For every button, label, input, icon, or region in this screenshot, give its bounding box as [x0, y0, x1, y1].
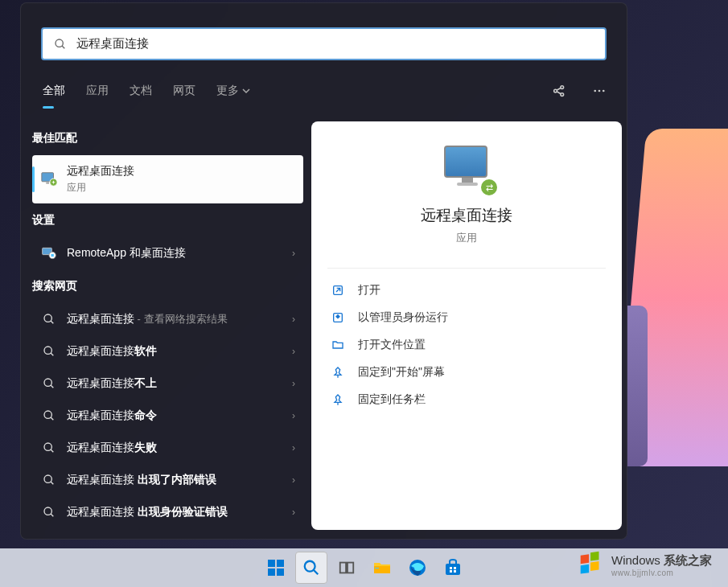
- remoteapp-icon: [40, 244, 58, 262]
- web-result-query: 远程桌面连接: [67, 441, 134, 454]
- action-pin-taskbar[interactable]: 固定到任务栏: [311, 386, 622, 413]
- svg-rect-50: [581, 564, 589, 574]
- web-result-query: 远程桌面连接: [67, 344, 134, 357]
- share-icon[interactable]: [546, 78, 572, 104]
- best-match-subtitle: 应用: [67, 181, 134, 195]
- search-icon: [40, 310, 58, 328]
- rdp-app-icon-large: ⇄: [438, 142, 496, 194]
- svg-rect-34: [268, 569, 275, 576]
- best-match-title: 远程桌面连接: [67, 164, 134, 179]
- svg-line-6: [557, 92, 561, 94]
- settings-item-label: RemoteApp 和桌面连接: [67, 246, 186, 261]
- pin-icon: [331, 365, 345, 380]
- taskbar-search[interactable]: [295, 552, 327, 584]
- taskbar-store[interactable]: [437, 552, 469, 584]
- svg-line-29: [51, 514, 53, 516]
- svg-rect-11: [46, 183, 49, 184]
- svg-rect-39: [347, 563, 352, 573]
- action-open-location[interactable]: 打开文件位置: [311, 331, 622, 359]
- svg-rect-44: [450, 567, 452, 569]
- filter-tabs: 全部 应用 文档 网页 更多: [21, 75, 627, 107]
- web-result-suffix: - 查看网络搜索结果: [134, 313, 228, 325]
- watermark-title: Windows 系统之家: [611, 553, 712, 569]
- search-icon: [40, 343, 58, 360]
- web-result-bold: 不上: [134, 376, 157, 389]
- chevron-right-icon: ›: [292, 474, 295, 486]
- svg-rect-45: [454, 567, 456, 569]
- web-result-bold: 命令: [134, 408, 157, 421]
- settings-item-remoteapp[interactable]: RemoteApp 和桌面连接 ›: [32, 237, 303, 269]
- taskbar-taskview[interactable]: [331, 552, 363, 584]
- more-options-icon[interactable]: [586, 78, 612, 104]
- web-result[interactable]: 远程桌面连接 出现了内部错误 ›: [32, 464, 303, 496]
- action-label: 打开文件位置: [358, 338, 426, 352]
- chevron-right-icon: ›: [292, 346, 295, 357]
- svg-line-25: [51, 449, 53, 452]
- svg-point-36: [304, 561, 315, 572]
- search-icon: [40, 439, 58, 457]
- start-button[interactable]: [260, 552, 292, 584]
- best-match-item[interactable]: 远程桌面连接 应用: [32, 155, 303, 203]
- action-run-admin[interactable]: 以管理员身份运行: [311, 304, 622, 331]
- web-result-bold: 失败: [134, 441, 157, 454]
- chevron-right-icon: ›: [292, 378, 295, 389]
- tab-more[interactable]: 更多: [206, 75, 261, 107]
- svg-rect-15: [51, 254, 54, 257]
- divider: [327, 268, 606, 269]
- action-open[interactable]: 打开: [311, 277, 622, 304]
- chevron-right-icon: ›: [292, 410, 295, 421]
- svg-point-9: [603, 90, 605, 92]
- tab-web[interactable]: 网页: [162, 75, 206, 107]
- web-result[interactable]: 远程桌面连接 - 查看网络搜索结果 ›: [32, 303, 303, 335]
- search-box[interactable]: [41, 27, 607, 60]
- search-icon: [40, 503, 58, 521]
- web-result[interactable]: 远程桌面连接失败 ›: [32, 432, 303, 464]
- open-icon: [331, 283, 345, 298]
- web-result-query: 远程桌面连接: [67, 408, 134, 421]
- action-pin-start[interactable]: 固定到"开始"屏幕: [311, 359, 622, 386]
- search-input[interactable]: [76, 37, 594, 51]
- web-result[interactable]: 远程桌面连接 出现身份验证错误 ›: [32, 496, 303, 528]
- taskbar-explorer[interactable]: [366, 552, 398, 584]
- svg-point-7: [594, 90, 596, 92]
- chevron-right-icon: ›: [292, 314, 295, 325]
- svg-rect-40: [374, 566, 390, 573]
- svg-rect-35: [277, 569, 284, 576]
- web-result-bold: 出现了内部错误: [138, 473, 216, 486]
- watermark: Windows 系统之家 www.bjjmlv.com: [566, 547, 722, 584]
- svg-point-24: [44, 443, 51, 450]
- svg-rect-38: [339, 563, 345, 573]
- svg-line-21: [51, 385, 53, 388]
- windows-logo-icon: [576, 550, 607, 581]
- section-best-match: 最佳匹配: [32, 121, 303, 155]
- preview-title: 远程桌面连接: [311, 205, 622, 226]
- svg-line-1: [62, 46, 64, 48]
- section-settings: 设置: [32, 203, 303, 237]
- watermark-url: www.bjjmlv.com: [611, 569, 712, 577]
- tab-all[interactable]: 全部: [32, 75, 76, 107]
- folder-icon: [331, 338, 345, 352]
- svg-point-28: [44, 507, 51, 515]
- search-icon: [54, 38, 67, 51]
- svg-line-5: [557, 88, 561, 90]
- web-result[interactable]: 远程桌面连接命令 ›: [32, 400, 303, 432]
- svg-rect-46: [450, 570, 452, 573]
- action-label: 打开: [358, 283, 380, 298]
- tab-apps[interactable]: 应用: [76, 75, 119, 107]
- svg-line-27: [51, 482, 53, 484]
- svg-line-19: [51, 353, 53, 355]
- svg-rect-41: [375, 568, 379, 569]
- web-result-query: 远程桌面连接: [67, 376, 134, 389]
- svg-point-18: [44, 347, 51, 354]
- chevron-right-icon: ›: [292, 442, 295, 454]
- action-label: 固定到"开始"屏幕: [358, 365, 445, 380]
- web-result[interactable]: 远程桌面连接软件 ›: [32, 335, 303, 367]
- tab-docs[interactable]: 文档: [119, 75, 162, 107]
- svg-point-0: [56, 39, 63, 47]
- svg-rect-43: [446, 564, 460, 575]
- action-label: 固定到任务栏: [358, 392, 426, 407]
- taskbar-edge[interactable]: [401, 552, 434, 584]
- pin-icon: [331, 392, 345, 407]
- web-result[interactable]: 远程桌面连接不上 ›: [32, 367, 303, 400]
- svg-rect-47: [454, 570, 456, 573]
